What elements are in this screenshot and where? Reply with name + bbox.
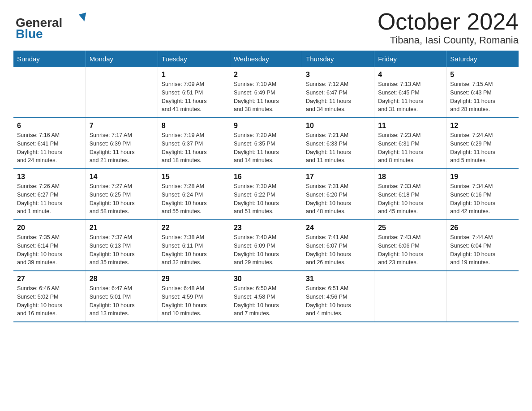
col-saturday: Saturday (446, 51, 519, 67)
day-info: Sunrise: 7:41 AM Sunset: 6:07 PM Dayligh… (306, 233, 370, 267)
day-info: Sunrise: 7:24 AM Sunset: 6:29 PM Dayligh… (450, 131, 515, 165)
day-cell: 22Sunrise: 7:38 AM Sunset: 6:11 PM Dayli… (158, 220, 230, 271)
calendar-body: 1Sunrise: 7:09 AM Sunset: 6:51 PM Daylig… (13, 67, 519, 322)
day-info: Sunrise: 6:51 AM Sunset: 4:56 PM Dayligh… (306, 284, 370, 318)
day-info: Sunrise: 7:09 AM Sunset: 6:51 PM Dayligh… (162, 80, 226, 114)
day-number: 9 (234, 122, 298, 130)
day-number: 19 (450, 173, 515, 181)
day-info: Sunrise: 7:23 AM Sunset: 6:31 PM Dayligh… (378, 131, 442, 165)
day-cell: 2Sunrise: 7:10 AM Sunset: 6:49 PM Daylig… (230, 67, 302, 118)
day-cell (86, 67, 158, 118)
day-info: Sunrise: 7:20 AM Sunset: 6:35 PM Dayligh… (234, 131, 298, 165)
week-row-1: 1Sunrise: 7:09 AM Sunset: 6:51 PM Daylig… (13, 67, 519, 118)
day-number: 28 (90, 275, 154, 283)
day-cell: 28Sunrise: 6:47 AM Sunset: 5:01 PM Dayli… (86, 271, 158, 322)
day-number: 15 (162, 173, 226, 181)
col-sunday: Sunday (13, 51, 86, 67)
day-number: 17 (306, 173, 370, 181)
day-info: Sunrise: 7:38 AM Sunset: 6:11 PM Dayligh… (162, 233, 226, 267)
day-number: 29 (162, 275, 226, 283)
day-cell: 26Sunrise: 7:44 AM Sunset: 6:04 PM Dayli… (446, 220, 519, 271)
logo: General Blue (13, 9, 99, 40)
day-number: 12 (450, 122, 515, 130)
day-info: Sunrise: 7:34 AM Sunset: 6:16 PM Dayligh… (450, 182, 515, 216)
day-info: Sunrise: 7:10 AM Sunset: 6:49 PM Dayligh… (234, 80, 298, 114)
col-tuesday: Tuesday (158, 51, 230, 67)
day-number: 4 (378, 71, 442, 79)
day-cell: 8Sunrise: 7:19 AM Sunset: 6:37 PM Daylig… (158, 118, 230, 169)
day-cell: 19Sunrise: 7:34 AM Sunset: 6:16 PM Dayli… (446, 169, 519, 220)
week-row-3: 13Sunrise: 7:26 AM Sunset: 6:27 PM Dayli… (13, 169, 519, 220)
day-info: Sunrise: 7:44 AM Sunset: 6:04 PM Dayligh… (450, 233, 515, 267)
day-number: 23 (234, 224, 298, 232)
day-info: Sunrise: 7:17 AM Sunset: 6:39 PM Dayligh… (90, 131, 154, 165)
calendar-header: Sunday Monday Tuesday Wednesday Thursday… (13, 51, 519, 67)
header-row: Sunday Monday Tuesday Wednesday Thursday… (13, 51, 519, 67)
day-cell: 11Sunrise: 7:23 AM Sunset: 6:31 PM Dayli… (374, 118, 446, 169)
day-number: 25 (378, 224, 442, 232)
day-cell (446, 271, 519, 322)
day-cell: 4Sunrise: 7:13 AM Sunset: 6:45 PM Daylig… (374, 67, 446, 118)
day-cell: 17Sunrise: 7:31 AM Sunset: 6:20 PM Dayli… (302, 169, 374, 220)
day-number: 2 (234, 71, 298, 79)
page-subtitle: Tibana, Iasi County, Romania (378, 34, 519, 46)
day-cell: 15Sunrise: 7:28 AM Sunset: 6:24 PM Dayli… (158, 169, 230, 220)
day-cell: 23Sunrise: 7:40 AM Sunset: 6:09 PM Dayli… (230, 220, 302, 271)
day-info: Sunrise: 7:21 AM Sunset: 6:33 PM Dayligh… (306, 131, 370, 165)
day-number: 8 (162, 122, 226, 130)
day-number: 6 (17, 122, 82, 130)
day-info: Sunrise: 7:13 AM Sunset: 6:45 PM Dayligh… (378, 80, 442, 114)
day-cell (374, 271, 446, 322)
day-cell: 24Sunrise: 7:41 AM Sunset: 6:07 PM Dayli… (302, 220, 374, 271)
svg-text:Blue: Blue (16, 27, 43, 40)
day-cell: 16Sunrise: 7:30 AM Sunset: 6:22 PM Dayli… (230, 169, 302, 220)
day-number: 3 (306, 71, 370, 79)
day-info: Sunrise: 6:48 AM Sunset: 4:59 PM Dayligh… (162, 284, 226, 318)
day-number: 18 (378, 173, 442, 181)
day-cell: 7Sunrise: 7:17 AM Sunset: 6:39 PM Daylig… (86, 118, 158, 169)
day-cell: 27Sunrise: 6:46 AM Sunset: 5:02 PM Dayli… (13, 271, 86, 322)
day-info: Sunrise: 7:19 AM Sunset: 6:37 PM Dayligh… (162, 131, 226, 165)
day-number: 10 (306, 122, 370, 130)
day-cell: 10Sunrise: 7:21 AM Sunset: 6:33 PM Dayli… (302, 118, 374, 169)
day-number: 1 (162, 71, 226, 79)
day-cell: 14Sunrise: 7:27 AM Sunset: 6:25 PM Dayli… (86, 169, 158, 220)
col-monday: Monday (86, 51, 158, 67)
col-thursday: Thursday (302, 51, 374, 67)
day-info: Sunrise: 7:35 AM Sunset: 6:14 PM Dayligh… (17, 233, 82, 267)
day-number: 14 (90, 173, 154, 181)
day-cell: 9Sunrise: 7:20 AM Sunset: 6:35 PM Daylig… (230, 118, 302, 169)
day-cell: 25Sunrise: 7:43 AM Sunset: 6:06 PM Dayli… (374, 220, 446, 271)
day-cell: 1Sunrise: 7:09 AM Sunset: 6:51 PM Daylig… (158, 67, 230, 118)
day-info: Sunrise: 7:26 AM Sunset: 6:27 PM Dayligh… (17, 182, 82, 216)
day-cell: 21Sunrise: 7:37 AM Sunset: 6:13 PM Dayli… (86, 220, 158, 271)
day-info: Sunrise: 7:16 AM Sunset: 6:41 PM Dayligh… (17, 131, 82, 165)
page-title: October 2024 (378, 9, 519, 34)
col-friday: Friday (374, 51, 446, 67)
title-block: October 2024 Tibana, Iasi County, Romani… (378, 9, 519, 46)
day-info: Sunrise: 7:27 AM Sunset: 6:25 PM Dayligh… (90, 182, 154, 216)
day-cell: 18Sunrise: 7:33 AM Sunset: 6:18 PM Dayli… (374, 169, 446, 220)
day-number: 13 (17, 173, 82, 181)
day-number: 11 (378, 122, 442, 130)
day-number: 20 (17, 224, 82, 232)
day-number: 7 (90, 122, 154, 130)
day-info: Sunrise: 7:31 AM Sunset: 6:20 PM Dayligh… (306, 182, 370, 216)
col-wednesday: Wednesday (230, 51, 302, 67)
day-info: Sunrise: 7:28 AM Sunset: 6:24 PM Dayligh… (162, 182, 226, 216)
svg-marker-1 (79, 13, 88, 22)
week-row-4: 20Sunrise: 7:35 AM Sunset: 6:14 PM Dayli… (13, 220, 519, 271)
day-info: Sunrise: 7:15 AM Sunset: 6:43 PM Dayligh… (450, 80, 515, 114)
day-cell: 6Sunrise: 7:16 AM Sunset: 6:41 PM Daylig… (13, 118, 86, 169)
day-cell: 29Sunrise: 6:48 AM Sunset: 4:59 PM Dayli… (158, 271, 230, 322)
day-info: Sunrise: 6:46 AM Sunset: 5:02 PM Dayligh… (17, 284, 82, 318)
day-info: Sunrise: 7:30 AM Sunset: 6:22 PM Dayligh… (234, 182, 298, 216)
day-number: 26 (450, 224, 515, 232)
day-info: Sunrise: 7:12 AM Sunset: 6:47 PM Dayligh… (306, 80, 370, 114)
day-cell: 31Sunrise: 6:51 AM Sunset: 4:56 PM Dayli… (302, 271, 374, 322)
logo-image: General Blue (13, 9, 99, 40)
week-row-5: 27Sunrise: 6:46 AM Sunset: 5:02 PM Dayli… (13, 271, 519, 322)
day-number: 16 (234, 173, 298, 181)
calendar-table: Sunday Monday Tuesday Wednesday Thursday… (13, 51, 519, 322)
day-info: Sunrise: 6:47 AM Sunset: 5:01 PM Dayligh… (90, 284, 154, 318)
